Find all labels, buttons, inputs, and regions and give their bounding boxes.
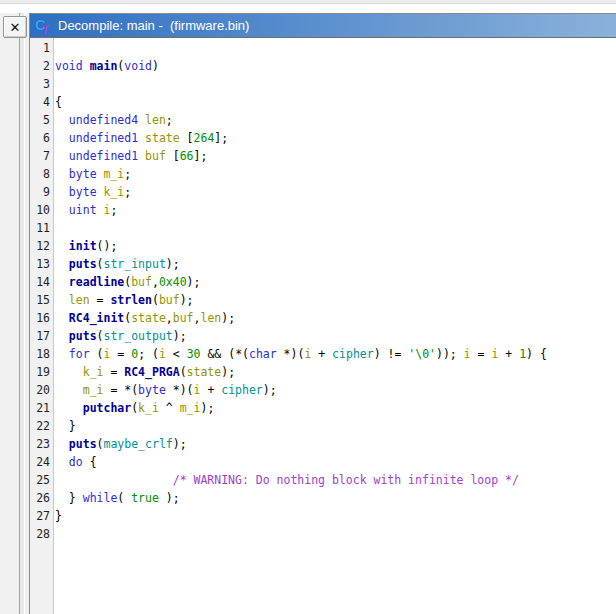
token-pl [55, 473, 173, 487]
code-text[interactable]: m_i = *(byte *)(i + cipher); [54, 381, 277, 399]
line-number: 5 [30, 111, 54, 129]
code-line[interactable]: 20 m_i = *(byte *)(i + cipher); [30, 381, 616, 399]
code-text[interactable]: putchar(k_i ^ m_i); [54, 399, 214, 417]
code-text[interactable]: do { [54, 453, 97, 471]
code-text[interactable]: undefined1 state [264]; [54, 129, 228, 147]
code-text[interactable]: } while( true ); [54, 489, 180, 507]
code-line[interactable]: 14 readline(buf,0x40); [30, 273, 616, 291]
code-line[interactable]: 27} [30, 507, 616, 525]
code-text[interactable] [54, 39, 55, 57]
token-var: len [145, 113, 166, 127]
token-pl: = [90, 293, 111, 307]
token-pl: ); [166, 257, 180, 271]
code-line[interactable]: 8 byte m_i; [30, 165, 616, 183]
token-pl: ( [152, 293, 159, 307]
code-text[interactable]: undefined1 buf [66]; [54, 147, 207, 165]
code-line[interactable]: 19 k_i = RC4_PRGA(state); [30, 363, 616, 381]
line-number: 4 [30, 93, 54, 111]
code-line[interactable]: 26 } while( true ); [30, 489, 616, 507]
token-pl: ); [221, 311, 235, 325]
token-fn: putchar [83, 401, 131, 415]
code-line[interactable]: 1 [30, 39, 616, 57]
line-number: 15 [30, 291, 54, 309]
code-line[interactable]: 7 undefined1 buf [66]; [30, 147, 616, 165]
token-num: 66 [180, 149, 194, 163]
code-text[interactable]: for (i = 0; (i < 30 && (*(char *)(i + ci… [54, 345, 547, 363]
code-line[interactable]: 12 init(); [30, 237, 616, 255]
token-pl: [ [166, 149, 180, 163]
token-pl [138, 113, 145, 127]
code-text[interactable]: { [54, 93, 62, 111]
close-icon: ✕ [10, 20, 21, 35]
line-number: 21 [30, 399, 54, 417]
code-line[interactable]: 10 uint i; [30, 201, 616, 219]
code-line[interactable]: 17 puts(str_output); [30, 327, 616, 345]
code-line[interactable]: 6 undefined1 state [264]; [30, 129, 616, 147]
close-button[interactable]: ✕ [3, 16, 27, 38]
splitter-divider[interactable] [19, 13, 25, 614]
decompiler-code-area[interactable]: 12void main(void)34{5 undefined4 len;6 u… [30, 38, 616, 614]
token-pl: } [55, 509, 62, 523]
token-num: 0x40 [159, 275, 187, 289]
code-text[interactable] [54, 75, 55, 93]
line-number: 23 [30, 435, 54, 453]
code-text[interactable]: /* WARNING: Do nothing block with infini… [54, 471, 519, 489]
code-text[interactable] [54, 219, 55, 237]
token-kw: while [83, 491, 118, 505]
token-pl: ); [263, 383, 277, 397]
code-text[interactable]: } [54, 417, 76, 435]
code-line[interactable]: 11 [30, 219, 616, 237]
code-text[interactable]: puts(str_input); [54, 255, 180, 273]
code-line[interactable]: 24 do { [30, 453, 616, 471]
token-pl [55, 347, 69, 361]
token-pl: ; [124, 185, 131, 199]
code-line[interactable]: 22 } [30, 417, 616, 435]
code-line[interactable]: 28 [30, 525, 616, 543]
code-line[interactable]: 21 putchar(k_i ^ m_i); [30, 399, 616, 417]
token-pl [55, 149, 69, 163]
code-text[interactable]: } [54, 507, 62, 525]
code-text[interactable]: readline(buf,0x40); [54, 273, 200, 291]
token-pl: ( [180, 365, 187, 379]
code-text[interactable]: void main(void) [54, 57, 159, 75]
code-text[interactable]: byte m_i; [54, 165, 131, 183]
code-line[interactable]: 3 [30, 75, 616, 93]
code-line[interactable]: 18 for (i = 0; (i < 30 && (*(char *)(i +… [30, 345, 616, 363]
token-pl [55, 365, 83, 379]
code-text[interactable] [54, 525, 55, 543]
token-num: '\0' [408, 347, 436, 361]
line-number: 22 [30, 417, 54, 435]
token-com: /* WARNING: Do nothing block with infini… [173, 473, 519, 487]
code-line[interactable]: 16 RC4_init(state,buf,len); [30, 309, 616, 327]
token-pl: ) { [526, 347, 547, 361]
code-text[interactable]: byte k_i; [54, 183, 131, 201]
code-text[interactable]: k_i = RC4_PRGA(state); [54, 363, 235, 381]
code-line[interactable]: 23 puts(maybe_crlf); [30, 435, 616, 453]
code-line[interactable]: 2void main(void) [30, 57, 616, 75]
code-text[interactable]: init(); [54, 237, 117, 255]
code-line[interactable]: 5 undefined4 len; [30, 111, 616, 129]
code-line[interactable]: 15 len = strlen(buf); [30, 291, 616, 309]
token-pl: ( [97, 329, 104, 343]
token-pl [55, 293, 69, 307]
code-text[interactable]: RC4_init(state,buf,len); [54, 309, 235, 327]
code-line[interactable]: 25 /* WARNING: Do nothing block with inf… [30, 471, 616, 489]
token-fn: readline [69, 275, 124, 289]
code-text[interactable]: undefined4 len; [54, 111, 173, 129]
token-var: buf [173, 311, 194, 325]
code-text[interactable]: puts(maybe_crlf); [54, 435, 187, 453]
code-line[interactable]: 9 byte k_i; [30, 183, 616, 201]
token-pl: ( [97, 437, 104, 451]
line-number: 18 [30, 345, 54, 363]
panel-title-bar[interactable]: C f Decompile: main - (firmware.bin) [30, 14, 616, 38]
token-var: buf [131, 275, 152, 289]
code-line[interactable]: 4{ [30, 93, 616, 111]
token-pl: ); [187, 275, 201, 289]
token-kw: for [69, 347, 90, 361]
code-text[interactable]: puts(str_output); [54, 327, 187, 345]
code-text[interactable]: len = strlen(buf); [54, 291, 194, 309]
code-line[interactable]: 13 puts(str_input); [30, 255, 616, 273]
line-number: 8 [30, 165, 54, 183]
token-fn: puts [69, 257, 97, 271]
code-text[interactable]: uint i; [54, 201, 117, 219]
